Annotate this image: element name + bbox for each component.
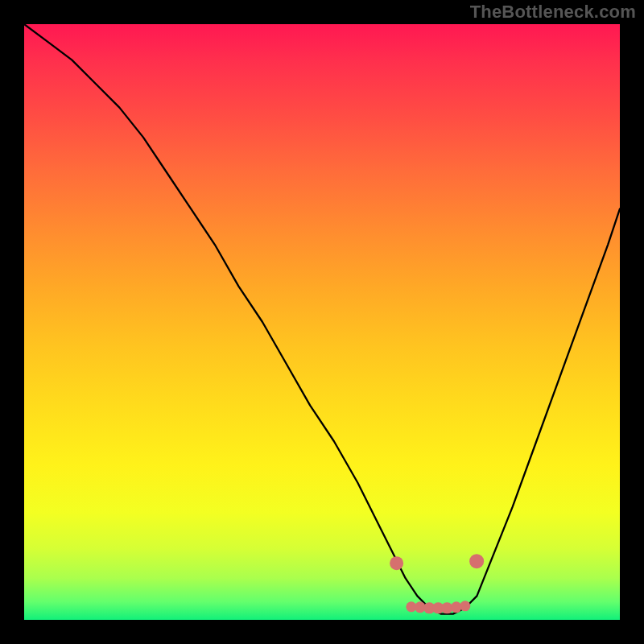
- marker-dot: [390, 556, 404, 571]
- plot-area: [24, 24, 620, 620]
- marker-dot: [460, 601, 470, 611]
- watermark-text: TheBottleneck.com: [470, 2, 636, 23]
- marker-dot: [470, 555, 485, 569]
- chart-stage: TheBottleneck.com: [0, 0, 644, 644]
- marker-dots-layer: [24, 24, 620, 620]
